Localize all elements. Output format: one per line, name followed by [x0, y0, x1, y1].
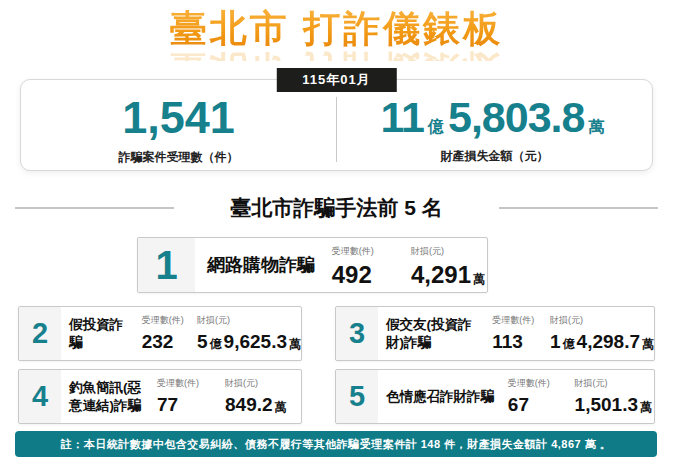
cases-stat-value: 77 [157, 395, 223, 414]
fraud-type-name: 網路購物詐騙 [207, 238, 324, 292]
loss-stat-label: 財損(元) [411, 245, 487, 258]
cases-stat-label: 受理數(件) [492, 314, 548, 327]
loss-value: 11 億 5,803.8 萬 [381, 96, 609, 139]
rank-number: 5 [336, 370, 378, 423]
page-title-reflection: 臺北市 打詐儀錶板 [0, 47, 673, 61]
rank-card-5: 5 色情應召詐財詐騙 受理數(件) 67 財損(元) 1,501.3萬 [335, 369, 655, 424]
cases-stat: 受理數(件) 67 [508, 370, 573, 423]
fraud-type-name: 假交友(投資詐財)詐騙 [386, 307, 484, 360]
dashboard-page: 臺北市 打詐儀錶板 臺北市 打詐儀錶板 115年01月 1,541 詐騙案件受理… [0, 0, 673, 470]
loss-stat-label: 財損(元) [575, 377, 654, 390]
cases-value: 1,541 [122, 95, 235, 140]
loss-stat: 財損(元) 4,291萬 [411, 238, 487, 292]
rank-number: 3 [336, 307, 378, 360]
period-badge: 115年01月 [276, 68, 396, 92]
summary-loss: 11 億 5,803.8 萬 財產損失金額（元） [337, 80, 652, 170]
cases-stat-label: 受理數(件) [332, 245, 409, 258]
fraud-type-name: 釣魚簡訊(惡意連結)詐騙 [69, 370, 149, 423]
cases-stat: 受理數(件) 232 [142, 307, 195, 360]
cases-stat-label: 受理數(件) [142, 314, 195, 327]
top5-section-header: 臺北市詐騙手法前 5 名 [15, 194, 658, 222]
top5-section-title: 臺北市詐騙手法前 5 名 [230, 194, 442, 222]
fraud-type-name: 假投資詐騙 [69, 307, 134, 360]
loss-stat-value: 1,501.3萬 [575, 395, 654, 414]
loss-stat-label: 財損(元) [550, 314, 654, 327]
loss-stat-value: 849.2萬 [225, 395, 301, 414]
summary-cases: 1,541 詐騙案件受理數（件） [21, 80, 336, 170]
page-title-block: 臺北市 打詐儀錶板 臺北市 打詐儀錶板 [0, 8, 673, 61]
cases-stat: 受理數(件) 492 [332, 238, 409, 292]
cases-stat-value: 67 [508, 395, 573, 414]
footer-note-bar: 註：本日統計數據中包含交易糾紛、債務不履行等其他詐騙受理案件計 148 件，財產… [15, 431, 657, 457]
footer-note-text: 註：本日統計數據中包含交易糾紛、債務不履行等其他詐騙受理案件計 148 件，財產… [61, 437, 612, 452]
loss-stat: 財損(元) 849.2萬 [225, 370, 301, 423]
rank-number: 4 [19, 370, 61, 423]
cases-stat-label: 受理數(件) [157, 377, 223, 390]
rank-card-2: 2 假投資詐騙 受理數(件) 232 財損(元) 5億9,625.3萬 [18, 306, 302, 361]
header-line-right [499, 207, 658, 209]
loss-label: 財產損失金額（元） [441, 148, 549, 165]
cases-stat: 受理數(件) 113 [492, 307, 548, 360]
loss-stat-value: 5億9,625.3萬 [197, 332, 301, 351]
loss-value-part1: 11 [381, 96, 424, 139]
loss-stat-label: 財損(元) [225, 377, 301, 390]
loss-value-part2: 5,803.8 [448, 96, 584, 139]
loss-unit-part2: 萬 [588, 119, 604, 135]
loss-stat: 財損(元) 5億9,625.3萬 [197, 307, 301, 360]
cases-stat-label: 受理數(件) [508, 377, 573, 390]
loss-stat-value: 4,291萬 [411, 263, 487, 287]
cases-stat: 受理數(件) 77 [157, 370, 223, 423]
loss-stat-label: 財損(元) [197, 314, 301, 327]
rank-card-4: 4 釣魚簡訊(惡意連結)詐騙 受理數(件) 77 財損(元) 849.2萬 [18, 369, 302, 424]
loss-unit-part1: 億 [428, 119, 444, 135]
loss-stat: 財損(元) 1億4,298.7萬 [550, 307, 654, 360]
cases-stat-value: 113 [492, 332, 548, 351]
cases-label: 詐騙案件受理數（件） [119, 149, 239, 166]
rank-card-3: 3 假交友(投資詐財)詐騙 受理數(件) 113 財損(元) 1億4,298.7… [335, 306, 655, 361]
page-title: 臺北市 打詐儀錶板 [170, 8, 503, 51]
cases-stat-value: 492 [332, 263, 409, 287]
fraud-type-name: 色情應召詐財詐騙 [386, 370, 500, 423]
rank-card-1: 1 網路購物詐騙 受理數(件) 492 財損(元) 4,291萬 [137, 237, 488, 293]
header-line-left [15, 207, 174, 209]
loss-stat-value: 1億4,298.7萬 [550, 332, 654, 351]
rank-number: 1 [138, 238, 195, 292]
loss-stat: 財損(元) 1,501.3萬 [575, 370, 654, 423]
cases-stat-value: 232 [142, 332, 195, 351]
summary-panel: 115年01月 1,541 詐騙案件受理數（件） 11 億 5,803.8 萬 … [20, 79, 653, 171]
rank-number: 2 [19, 307, 61, 360]
